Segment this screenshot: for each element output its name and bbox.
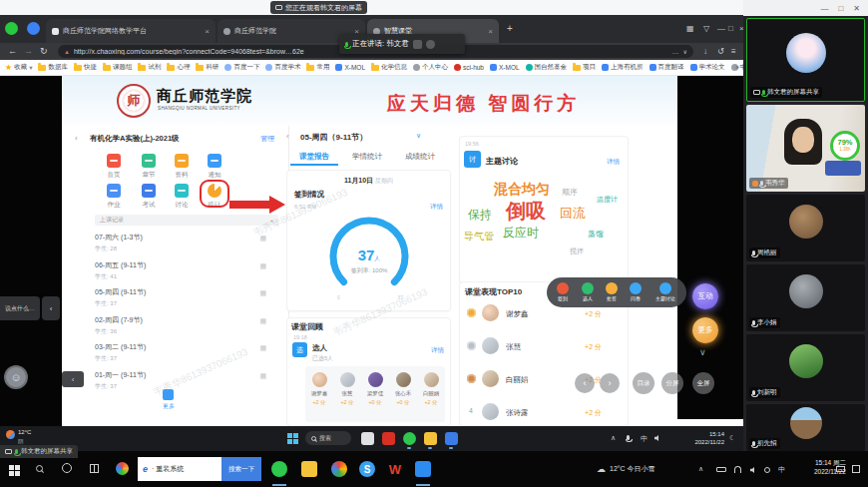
collapse-chevron-icon[interactable]: ∨ xyxy=(699,347,706,357)
module-label[interactable]: 考试 xyxy=(137,201,161,210)
weather-icon[interactable] xyxy=(6,430,15,439)
bookmark-folder[interactable]: 项目 xyxy=(573,63,596,72)
module-label[interactable]: 首页 xyxy=(102,171,126,180)
bookmark-folder[interactable]: 化学信息 xyxy=(371,63,407,72)
session-row[interactable]: 07-周六 (1-3节) 学生: 28 ▦ xyxy=(95,233,278,256)
ie-query-text[interactable]: · 重装系统 xyxy=(152,464,221,474)
weather-temp[interactable]: 12°C xyxy=(18,429,31,435)
bubble-collapse-button[interactable]: ‹ xyxy=(62,371,84,387)
bookmark-folder[interactable]: 数据库 xyxy=(38,63,68,72)
participant-tile[interactable]: 周艳丽 xyxy=(746,195,865,261)
sogou-icon[interactable]: S xyxy=(359,461,375,477)
qrcode-icon[interactable]: ▦ xyxy=(259,317,266,325)
module-exam-icon[interactable] xyxy=(142,184,156,198)
bookmark-folder[interactable]: 快捷 xyxy=(74,63,97,72)
taskbar-clock[interactable]: 15:14 2022/11/22 xyxy=(666,430,724,446)
module-label[interactable]: 通知 xyxy=(203,171,226,180)
ime-indicator[interactable]: 中 xyxy=(778,465,785,475)
session-row[interactable]: 05-周四 (9-11节) 学生: 37 ▦ xyxy=(95,287,278,311)
taskbar-search[interactable]: 搜索 xyxy=(305,431,351,445)
bookmark-favorites[interactable]: ★收藏▾ xyxy=(5,63,32,72)
raise-hand-icon[interactable] xyxy=(413,40,422,49)
participant-tile[interactable]: 初先招 xyxy=(746,404,865,451)
qrcode-icon[interactable]: ▦ xyxy=(259,344,266,352)
new-tab-button[interactable]: + xyxy=(507,23,513,34)
tray-mic-icon[interactable] xyxy=(627,435,630,440)
ie-search-box[interactable]: e · 重装系统 搜索一下 xyxy=(138,457,261,481)
weather-widget[interactable]: ☁ 12°C 今日小雪 xyxy=(597,464,655,474)
more-button[interactable]: 更多 xyxy=(692,317,718,343)
weather-text[interactable]: 阴 xyxy=(18,438,24,445)
volume-icon[interactable] xyxy=(654,435,658,441)
touch-keyboard-icon[interactable] xyxy=(836,466,845,472)
module-notice-icon[interactable] xyxy=(208,154,221,168)
back-icon[interactable]: ← xyxy=(8,43,17,60)
chat-input[interactable]: 说点什么… xyxy=(0,296,40,320)
folder-icon[interactable] xyxy=(424,432,437,445)
tab-close-icon[interactable]: × xyxy=(488,27,493,36)
meeting-app-icon[interactable] xyxy=(415,461,431,477)
focus-assist-icon[interactable]: ☾ xyxy=(729,434,735,442)
tab-class-report[interactable]: 课堂报告 xyxy=(290,152,338,166)
tray-expand-icon[interactable]: ∧ xyxy=(698,465,703,473)
module-label[interactable]: 章节 xyxy=(137,171,161,180)
module-label[interactable]: 资料 xyxy=(170,171,194,180)
fullscreen-button[interactable]: 全屏 xyxy=(692,372,714,394)
browser-360-icon[interactable] xyxy=(403,432,416,445)
back-icon[interactable]: ‹ xyxy=(75,134,78,143)
bookmark-baidu[interactable]: 百度一下 xyxy=(224,63,259,72)
search-icon[interactable] xyxy=(36,465,43,472)
qrcode-icon[interactable]: ▦ xyxy=(259,372,266,380)
chrome-icon[interactable] xyxy=(331,461,347,477)
not-secure-icon[interactable]: ▲ xyxy=(64,49,70,55)
tab-grade-stats[interactable]: 成绩统计 xyxy=(396,152,444,162)
reload-icon[interactable]: ↻ xyxy=(40,43,48,60)
participant-tile[interactable]: 李小娟 xyxy=(746,264,865,331)
more-sessions-label[interactable]: 更多 xyxy=(158,402,180,411)
maximize-button[interactable]: □ xyxy=(838,4,843,13)
url-more-icon[interactable]: … xyxy=(672,48,679,55)
bookmark-folder[interactable]: 科研 xyxy=(196,63,218,72)
bookmark-baidu-scholar[interactable]: 百度学术 xyxy=(265,63,300,72)
catalog-button[interactable]: 目录 xyxy=(633,372,654,394)
module-label[interactable]: 作业 xyxy=(102,201,126,210)
browser-360-icon[interactable] xyxy=(271,461,287,477)
bookmark-sioc[interactable]: 上海有机所 xyxy=(602,63,644,72)
toolbar-item-survey[interactable]: 问卷 xyxy=(630,282,642,302)
qrcode-icon[interactable]: ▦ xyxy=(259,289,266,297)
caret-down-icon[interactable]: ∨ xyxy=(416,132,421,140)
bookmark-folder[interactable]: 心理 xyxy=(167,63,190,72)
key-icon[interactable] xyxy=(764,467,770,473)
qrcode-icon[interactable]: ▦ xyxy=(259,262,266,270)
history-icon[interactable]: ↺ xyxy=(717,43,724,60)
wps-icon[interactable]: W xyxy=(387,461,403,477)
toolbar-item-discussion[interactable]: 主题讨论 xyxy=(654,282,676,302)
participant-tile-video[interactable]: 79% 1.38h 韦秀华 xyxy=(746,105,865,192)
bookmark-folder[interactable]: 试剂 xyxy=(138,63,161,72)
tab-close-icon[interactable]: × xyxy=(205,27,210,36)
session-row[interactable]: 02-周四 (7-9节) 学生: 36 ▦ xyxy=(95,315,278,339)
volume-icon[interactable] xyxy=(750,467,754,473)
bookmark-xmol[interactable]: X-MOL xyxy=(335,64,365,71)
forward-icon[interactable]: → xyxy=(24,43,33,60)
360-safe-icon[interactable] xyxy=(116,462,129,475)
start-button[interactable] xyxy=(9,465,14,470)
bookmark-xmol2[interactable]: X-MOL xyxy=(490,64,520,71)
toolbar-item-signin[interactable]: 签到 xyxy=(557,282,569,302)
manage-link[interactable]: 管理 xyxy=(260,134,274,144)
session-selector[interactable]: 05-周四（9-11节） xyxy=(300,132,367,143)
ie-search-button[interactable]: 搜索一下 xyxy=(221,457,261,481)
participant-tile[interactable]: 刘新明 xyxy=(746,334,865,401)
action-center-icon[interactable] xyxy=(852,465,860,473)
browser-minimize-button[interactable]: — xyxy=(717,24,725,33)
folder-icon[interactable] xyxy=(301,461,317,477)
extensions-icon[interactable]: ▦ xyxy=(686,24,694,33)
module-home-icon[interactable] xyxy=(107,154,121,168)
file-explorer-icon[interactable] xyxy=(361,432,374,445)
bookmark-folder[interactable]: 常用 xyxy=(306,63,329,72)
module-homework-icon[interactable] xyxy=(107,184,121,198)
participant-tile-screenshare[interactable]: 韩文君的屏幕共享 xyxy=(746,18,865,102)
tab-learning-stats[interactable]: 学情统计 xyxy=(343,152,391,162)
download-icon[interactable]: ↓ xyxy=(703,43,707,60)
bookmark-folder[interactable]: 课题组 xyxy=(103,63,133,72)
